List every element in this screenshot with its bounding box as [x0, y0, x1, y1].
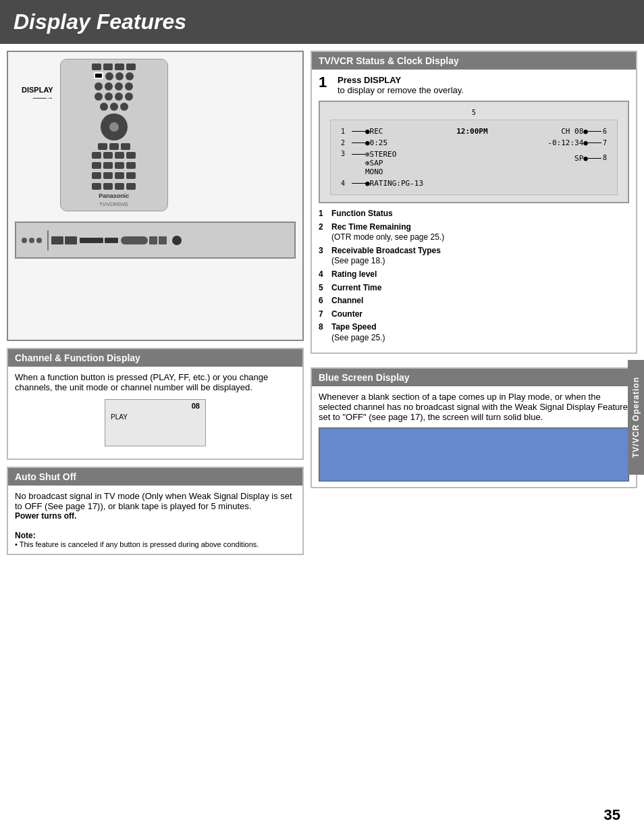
r2-line	[352, 142, 365, 143]
r1-rec: ●REC	[365, 127, 383, 136]
rb8	[125, 93, 133, 101]
tvcvr-item-text: Rating level	[331, 269, 629, 280]
display-label: DISPLAY	[22, 86, 53, 94]
step-1-title: Press DISPLAY	[338, 75, 401, 85]
r1-line-r	[588, 131, 601, 132]
tvcvr-item-text: Current Time	[331, 283, 629, 294]
vcr-btn-3	[36, 238, 42, 243]
tvcvr-header: TV/VCR Status & Clock Display	[312, 52, 636, 70]
rb14	[121, 143, 130, 150]
rb4	[125, 82, 133, 90]
r1-arrow: 6	[603, 128, 607, 135]
step-1-num: 1	[319, 75, 332, 90]
vcr-btn-2	[29, 238, 34, 243]
vcr-btn-1	[22, 238, 27, 243]
tvcvr-item-num: 6	[319, 296, 328, 307]
remote-row-5	[65, 103, 163, 111]
channel-play-display: PLAY	[111, 413, 128, 421]
transport-row	[65, 183, 163, 190]
rg3	[65, 172, 163, 179]
vcr-display-strip	[80, 238, 103, 243]
r2-arrow: 7	[603, 139, 607, 147]
tvcvr-item-num: 2	[319, 222, 328, 243]
rgb9	[92, 172, 101, 179]
r4-rating: ●RATING:PG-13	[365, 179, 423, 188]
rgb6	[103, 162, 113, 169]
rb3	[115, 82, 123, 90]
channel-num-display: 08	[192, 402, 200, 410]
vcr-left-buttons	[19, 235, 45, 246]
tb3	[115, 183, 124, 190]
tvcvr-list-item: 6Channel	[319, 296, 629, 307]
r3-num: 3	[341, 150, 352, 157]
step-1-text: Press DISPLAY to display or remove the o…	[338, 75, 464, 95]
display-button[interactable]	[94, 72, 103, 79]
remote-brand: Panasonic	[65, 192, 163, 199]
main-content: DISPLAY ——→	[0, 51, 644, 569]
diagram-row-3: 3 ⊕STEREO ⊕SAP MONO SP● 8	[341, 150, 607, 176]
display-arrow: ——→	[33, 94, 53, 101]
remote-container: DISPLAY ——→	[15, 59, 296, 211]
tvcvr-item-num: 8	[319, 322, 328, 343]
power-off-text: Power turns off.	[15, 511, 296, 521]
step-1-row: 1 Press DISPLAY to display or remove the…	[319, 75, 629, 95]
rgb7	[115, 162, 124, 169]
dpad-center[interactable]	[109, 122, 119, 132]
auto-shutoff-content: No broadcast signal in TV mode (Only whe…	[8, 486, 302, 554]
tvcvr-list-item: 2Rec Time Remaining(OTR mode only, see p…	[319, 222, 629, 243]
tvcvr-item-num: 7	[319, 309, 328, 320]
remote-btn-1	[92, 63, 101, 70]
note-text: • This feature is canceled if any button…	[15, 540, 296, 548]
rb13	[109, 143, 119, 150]
page-title-bar: Display Features	[0, 0, 644, 44]
rgb8	[126, 162, 136, 169]
remote-btn-2	[103, 63, 113, 70]
r3-mono: MONO	[365, 167, 396, 176]
rb2	[105, 82, 113, 90]
vcr-small-btns	[80, 238, 118, 243]
vcr-sq2	[159, 236, 167, 244]
r3-arrow: 8	[603, 154, 607, 161]
tvcvr-items-list: 1Function Status2Rec Time Remaining(OTR …	[319, 209, 629, 344]
tvcvr-item-text: Receivable Broadcast Types(See page 18.)	[331, 246, 629, 267]
r3-sap: ⊕SAP	[365, 159, 396, 167]
tb2	[103, 183, 113, 190]
channel-body-text: When a function button is pressed (PLAY,…	[15, 372, 296, 392]
tvcvr-list-item: 3Receivable Broadcast Types(See page 18.…	[319, 246, 629, 267]
diagram-row-4: 4 ●RATING:PG-13	[341, 179, 607, 188]
remote-dpad[interactable]	[101, 113, 128, 140]
vcr-mbtn-1	[51, 236, 63, 244]
vcr-oval	[121, 236, 148, 244]
rgb3	[115, 152, 124, 159]
r1-num: 1	[341, 128, 352, 135]
remote-grid	[65, 152, 163, 181]
remote-area: DISPLAY ——→	[7, 51, 304, 341]
r1-time: 12:00PM	[383, 127, 562, 136]
page-number: 35	[604, 806, 620, 824]
r3-sp: SP●	[574, 154, 588, 163]
remote-btn-3	[115, 63, 124, 70]
tvcvr-list-item: 8Tape Speed(See page 25.)	[319, 322, 629, 343]
rgb4	[126, 152, 136, 159]
remote-body: Panasonic TV/VCR/DVD	[60, 59, 168, 211]
tvcvr-item-num: 3	[319, 246, 328, 267]
vcr-eject	[172, 236, 182, 245]
side-tab: TV/VCR Operation	[628, 359, 644, 474]
r3-line	[352, 154, 365, 155]
remote-brand-sub: TV/VCR/DVD	[65, 202, 163, 207]
vcr-display-2	[105, 238, 118, 243]
r2-num: 2	[341, 139, 352, 147]
rb12	[98, 143, 107, 150]
remote-round-1	[105, 72, 113, 80]
tvcvr-list-item: 1Function Status	[319, 209, 629, 219]
tvcvr-item-num: 5	[319, 283, 328, 294]
r2-line-r	[588, 142, 601, 143]
remote-row-6	[65, 143, 163, 150]
tvcvr-item-text: Channel	[331, 296, 629, 307]
vcr-extra-btns	[121, 236, 167, 244]
clock-diagram: 5 1 ●REC 12:00PM CH 08● 6	[319, 101, 629, 203]
r3-audio: ⊕STEREO ⊕SAP MONO	[365, 150, 396, 176]
diagram-row-2: 2 ●0:25 -0:12:34● 7	[341, 138, 607, 147]
rgb2	[103, 152, 113, 159]
tvcvr-item-text: Counter	[331, 309, 629, 320]
